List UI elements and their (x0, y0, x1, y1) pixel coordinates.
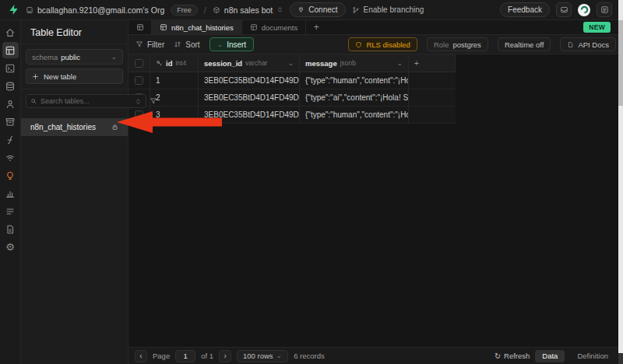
schema-select[interactable]: schema public ⌄ (26, 49, 123, 65)
rail-edge-functions-button[interactable] (2, 131, 19, 148)
page-of-label: of 1 (201, 352, 213, 360)
apps-menu-button[interactable] (597, 2, 612, 17)
sql-editor-icon (5, 63, 16, 74)
cell-session-id[interactable]: 3EB0EC35BtD4D14FD49D9C (199, 72, 300, 89)
search-icon (30, 98, 37, 105)
project-switcher-icon[interactable] (276, 6, 283, 13)
add-column-button[interactable]: + (409, 54, 456, 72)
select-all-checkbox[interactable] (128, 54, 150, 72)
entity-list-tab[interactable] (128, 20, 152, 34)
tab-documents[interactable]: documents (242, 20, 306, 34)
branch-icon (352, 6, 360, 14)
scrollbar-thumb[interactable] (618, 20, 623, 106)
cell-session-id[interactable]: 3EB0EC35BtD4D14FD49D9C (199, 107, 300, 123)
edge-functions-icon (5, 135, 16, 145)
rail-logs-button[interactable] (2, 203, 19, 219)
page-previous-button[interactable]: ‹ (135, 350, 147, 362)
rail-storage-button[interactable] (2, 114, 19, 130)
table-row: 2 3EB0EC35BtD4D14FD49D9C {"type":"ai","c… (128, 89, 456, 107)
column-header-session-id[interactable]: session_id varchar ⌄ (199, 54, 300, 72)
api-docs-icon (5, 224, 16, 235)
inbox-button[interactable] (556, 2, 572, 17)
row-checkbox[interactable] (128, 107, 150, 123)
insert-button[interactable]: ⌄ Insert (209, 37, 255, 51)
cell-id[interactable]: 1 (150, 72, 199, 89)
grid-header-row: id int4 session_id varchar ⌄ message jso… (128, 54, 456, 72)
rail-api-docs-button[interactable] (2, 221, 19, 237)
enable-branching-button[interactable]: Enable branching (352, 5, 424, 14)
project-name: n8n sales bot (224, 5, 273, 15)
rls-disabled-button[interactable]: RLS disabled (348, 37, 417, 51)
role-button[interactable]: Role postgres (427, 37, 488, 51)
realtime-icon (5, 152, 16, 163)
rail-auth-button[interactable] (2, 96, 19, 112)
cell-id[interactable]: 2 (150, 89, 199, 106)
tab-n8n-chat-histories[interactable]: n8n_chat_histories (152, 20, 242, 34)
rail-reports-button[interactable] (2, 185, 19, 201)
rows-per-page-select[interactable]: 100 rows ⌄ (237, 350, 288, 362)
database-icon (5, 81, 16, 92)
filter-tables-button[interactable] (150, 94, 157, 108)
page-next-button[interactable]: › (219, 350, 231, 362)
chevron-down-icon: ⌄ (111, 54, 117, 61)
cell-message[interactable]: {"type":"human","content":"¡Hola! Gracia… (300, 72, 409, 89)
page-number-input[interactable] (175, 350, 195, 362)
panel-controls: schema public ⌄ New table (21, 44, 128, 89)
reports-icon (5, 188, 16, 199)
column-header-id[interactable]: id int4 (150, 54, 199, 72)
main-content: n8n_chat_histories documents + NEW Filte… (128, 20, 623, 364)
cell-id[interactable]: 3 (150, 107, 199, 123)
plan-badge[interactable]: Free (171, 5, 198, 16)
chevron-right-icon: › (224, 352, 226, 360)
breadcrumb-separator: / (204, 5, 206, 15)
rail-sql-editor-button[interactable] (2, 60, 19, 76)
search-box (26, 94, 146, 108)
connect-button[interactable]: Connect (290, 2, 345, 17)
rail-home-button[interactable] (2, 24, 19, 40)
rail-table-editor-button[interactable] (2, 42, 19, 58)
table-row: 1 3EB0EC35BtD4D14FD49D9C {"type":"human"… (128, 72, 456, 89)
sidebar-item-table[interactable]: n8n_chat_histories (21, 118, 128, 136)
api-docs-button[interactable]: API Docs (560, 37, 616, 51)
view-definition-button[interactable]: Definition (570, 350, 615, 362)
chevron-down-icon[interactable]: ⌄ (287, 60, 294, 67)
grid-footer: ‹ Page of 1 › 100 rows ⌄ 6 records ↻ Ref… (128, 347, 623, 364)
realtime-button[interactable]: Realtime off (498, 37, 551, 51)
refresh-button[interactable]: ↻ Refresh (495, 352, 530, 360)
column-header-message[interactable]: message jsonb ⌄ (300, 54, 409, 72)
window-scrollbar[interactable] (618, 0, 623, 364)
row-checkbox[interactable] (128, 72, 150, 89)
new-tab-button[interactable]: + (306, 20, 326, 34)
rail-advisors-button[interactable] (2, 167, 19, 184)
supabase-logo-icon[interactable] (8, 4, 19, 16)
breadcrumb-org[interactable]: bcallaghan.9210@gmail.com's Org (26, 5, 164, 15)
search-tables-input[interactable] (40, 97, 132, 105)
page-label: Page (153, 352, 170, 360)
cell-message[interactable]: {"type":"ai","content":"¡Hola! Si necesi… (300, 89, 409, 106)
auth-users-icon (5, 99, 16, 110)
sort-order-icon[interactable] (135, 98, 142, 105)
breadcrumb-project[interactable]: n8n sales bot (213, 5, 283, 15)
chevron-down-icon: ⌄ (217, 41, 224, 48)
cell-message[interactable]: {"type":"human","content":"¡Hola! Gracia… (300, 107, 409, 123)
chevron-down-icon[interactable]: ⌄ (396, 60, 403, 67)
cell-session-id[interactable]: 3EB0EC35BtD4D14FD49D9C (199, 89, 300, 106)
storage-icon (5, 117, 16, 128)
rail-settings-button[interactable]: ⚙ (2, 239, 19, 255)
rail-database-button[interactable] (2, 78, 19, 94)
refresh-icon: ↻ (495, 352, 501, 360)
table-icon (250, 23, 258, 31)
filter-button[interactable]: Filter (136, 40, 164, 49)
rail-realtime-button[interactable] (2, 149, 19, 166)
avatar[interactable] (578, 4, 590, 16)
inbox-icon (560, 5, 568, 14)
records-count: 6 records (294, 352, 325, 360)
plus-icon (32, 73, 39, 80)
view-data-button[interactable]: Data (535, 350, 565, 362)
new-table-button[interactable]: New table (26, 68, 123, 84)
apps-menu-icon (600, 5, 609, 14)
feedback-button[interactable]: Feedback (500, 2, 550, 17)
org-icon (26, 6, 33, 14)
table-editor-icon (5, 45, 16, 56)
sort-button[interactable]: Sort (174, 40, 199, 49)
